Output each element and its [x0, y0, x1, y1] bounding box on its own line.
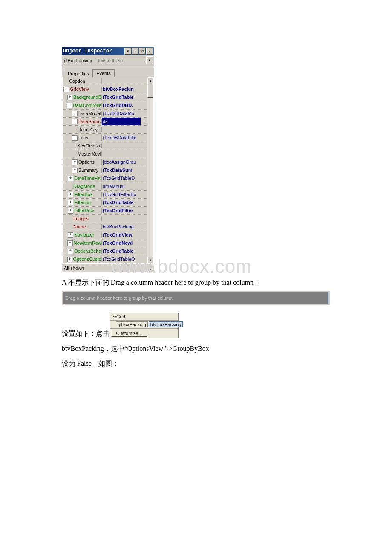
chevron-down-icon[interactable]: ▼ [141, 118, 147, 125]
property-value-cell[interactable]: (TcxDBDataFilte [102, 135, 147, 140]
chevron-down-icon[interactable]: ▼ [146, 56, 153, 64]
property-name-cell[interactable]: Name [63, 224, 102, 229]
property-name-cell[interactable]: +Filter [63, 135, 102, 141]
property-row[interactable]: +BackgroundB(TcxGridTable [63, 93, 147, 101]
property-value: (TcxDBDataMo [103, 111, 134, 116]
property-row[interactable]: +DataSourcds▼ [63, 118, 147, 126]
property-name-cell[interactable]: +FilterRow [63, 208, 102, 214]
property-value-cell[interactable]: (TcxGridNewI [102, 240, 147, 246]
property-value-cell[interactable]: (TcxDBDataMo [102, 111, 147, 116]
property-value-cell[interactable]: [dcoAssignGrou [102, 159, 147, 165]
customize-button[interactable]: Customize... [111, 330, 147, 337]
property-value-cell[interactable]: btvBoxPackin [102, 87, 147, 92]
property-value: (TcxGridTable [103, 249, 133, 254]
property-name-cell[interactable]: Caption [63, 78, 102, 84]
property-name-cell[interactable]: +Navigator [63, 232, 102, 238]
expand-icon[interactable]: + [68, 232, 73, 238]
collapse-icon[interactable]: − [63, 87, 69, 92]
property-name-cell[interactable]: +Summary [63, 168, 102, 173]
properties-grid[interactable]: Caption−GridViewbtvBoxPackin+BackgroundB… [63, 77, 153, 263]
property-row[interactable]: MasterKeyI [63, 150, 147, 158]
property-value-cell[interactable]: (TcxGridFilter [102, 208, 147, 213]
property-value-cell[interactable]: (TcxGridFilterBo [102, 192, 147, 197]
scroll-up-arrow-icon[interactable]: ▲ [147, 77, 153, 84]
property-name-cell[interactable]: +BackgroundB [63, 95, 102, 100]
property-row[interactable]: +DateTimeHa(TcxGridTableD [63, 174, 147, 182]
property-value-cell[interactable]: (TcxGridTable [102, 95, 147, 100]
scroll-thumb[interactable] [147, 84, 153, 98]
property-row[interactable]: Caption [63, 77, 147, 85]
property-row[interactable]: −GridViewbtvBoxPackin [63, 85, 147, 93]
property-value-cell[interactable]: btvBoxPacking [102, 224, 147, 229]
property-value-cell[interactable]: (TcxGridTable [102, 249, 147, 254]
property-name-cell[interactable]: +DataSourc [63, 119, 102, 124]
property-value-cell[interactable]: ds▼ [102, 118, 147, 125]
vertical-scrollbar[interactable]: ▲ ▼ [147, 77, 153, 263]
property-value-cell[interactable]: (TcxDataSum [102, 168, 147, 173]
expand-icon[interactable]: + [68, 176, 73, 181]
cxgrid-title[interactable]: cxGrid [110, 313, 178, 321]
close-icon[interactable]: ✕ [146, 48, 153, 55]
dock-icon[interactable]: ⧉ [139, 48, 146, 55]
property-value-cell[interactable]: (TcxGridTableD [102, 176, 147, 181]
view-btvboxpacking[interactable]: btvBoxPacking [149, 321, 183, 327]
property-row[interactable]: +OptionsBeha(TcxGridTable [63, 247, 147, 255]
property-value-cell[interactable]: dmManual [102, 184, 147, 189]
group-by-bar[interactable]: Drag a column header here to group by th… [62, 291, 330, 305]
property-name-cell[interactable]: Images [63, 216, 102, 221]
tab-properties[interactable]: Properties [64, 70, 93, 77]
expand-icon[interactable]: + [72, 135, 78, 141]
property-row[interactable]: −DataControlle(TcxGridDBD. [63, 101, 147, 110]
dropdown-icon[interactable]: ▾ [124, 48, 131, 55]
property-value-cell[interactable]: (TcxGridDBD. [102, 103, 147, 108]
expand-icon[interactable]: + [68, 192, 73, 197]
expand-icon[interactable]: + [72, 159, 78, 165]
property-name-cell[interactable]: +OptionsCusto [63, 257, 102, 262]
property-row[interactable]: NamebtvBoxPacking [63, 223, 147, 231]
property-row[interactable]: +FilterRow(TcxGridFilter [63, 207, 147, 215]
property-name-cell[interactable]: +DataModel [63, 111, 102, 116]
property-row[interactable]: DetailKeyF [63, 126, 147, 134]
scroll-track[interactable] [147, 98, 153, 257]
component-selector[interactable]: glBoxPacking TcxGridLevel ▼ [62, 55, 154, 66]
property-row[interactable]: +Summary(TcxDataSum [63, 166, 147, 174]
property-name-cell[interactable]: DragMode [63, 184, 102, 189]
property-name-cell[interactable]: DetailKeyF [63, 127, 102, 132]
property-name-cell[interactable]: +OptionsBeha [63, 249, 102, 254]
expand-icon[interactable]: + [67, 257, 72, 262]
expand-icon[interactable]: + [68, 200, 73, 205]
object-inspector-titlebar[interactable]: Object Inspector ▾ ▴ ⧉ ✕ [62, 47, 154, 55]
property-name-cell[interactable]: MasterKeyI [63, 151, 102, 156]
property-name-cell[interactable]: KeyFieldNa [63, 143, 102, 148]
property-name-cell[interactable]: −DataControlle [63, 103, 102, 108]
property-name-cell[interactable]: +Options [63, 159, 102, 165]
property-row[interactable]: KeyFieldNa [63, 142, 147, 150]
property-row[interactable]: +Filter(TcxDBDataFilte [63, 134, 147, 142]
expand-icon[interactable]: + [68, 249, 73, 254]
collapse-icon[interactable]: − [67, 103, 72, 108]
property-name-cell[interactable]: +Filtering [63, 200, 102, 205]
property-value-cell[interactable]: (TcxGridView [102, 232, 147, 237]
expand-icon[interactable]: + [72, 168, 78, 173]
property-name-cell[interactable]: +FilterBox [63, 192, 102, 197]
tab-events[interactable]: Events [92, 69, 115, 77]
property-row[interactable]: +Navigator(TcxGridView [63, 231, 147, 239]
property-row[interactable]: +Options[dcoAssignGrou [63, 158, 147, 166]
expand-icon[interactable]: + [67, 95, 72, 100]
property-name-cell[interactable]: −GridView [63, 87, 102, 92]
expand-icon[interactable]: + [72, 111, 78, 116]
level-glboxpacking[interactable]: glBoxPacking [116, 321, 148, 327]
property-value-cell[interactable]: (TcxGridTable [102, 200, 147, 205]
expand-icon[interactable]: + [67, 240, 72, 246]
stay-on-top-icon[interactable]: ▴ [132, 48, 138, 55]
expand-icon[interactable]: + [68, 208, 73, 214]
property-row[interactable]: DragModedmManual [63, 182, 147, 191]
property-row[interactable]: +DataModel(TcxDBDataMo [63, 110, 147, 118]
property-row[interactable]: +NewItemRow(TcxGridNewI [63, 239, 147, 247]
expand-icon[interactable]: + [72, 119, 78, 124]
property-row[interactable]: +FilterBox(TcxGridFilterBo [63, 191, 147, 199]
property-row[interactable]: Images [63, 215, 147, 223]
property-row[interactable]: +Filtering(TcxGridTable [63, 199, 147, 207]
property-name-cell[interactable]: +NewItemRow [63, 240, 102, 246]
property-name-cell[interactable]: +DateTimeHa [63, 176, 102, 181]
